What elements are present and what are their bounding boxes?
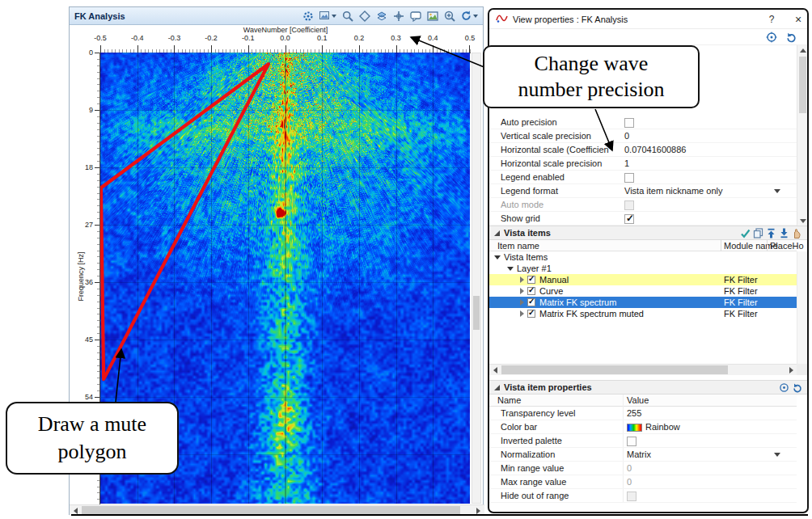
- tree-row-layer-1[interactable]: Layer #1: [489, 263, 797, 274]
- crosshair-icon[interactable]: [393, 10, 404, 23]
- tree-row-matrix-fk-spectrum[interactable]: Matrix FK spectrum FK Filter: [489, 297, 797, 308]
- annotation-icon[interactable]: [410, 10, 421, 23]
- tree-row-vista-items[interactable]: Vista Items: [489, 251, 797, 263]
- plot-vertical-scrollbar[interactable]: [472, 53, 481, 504]
- dropdown-arrow[interactable]: [774, 189, 780, 193]
- refresh-icon[interactable]: [461, 10, 478, 23]
- property-row-vertical-scale-precision[interactable]: Vertical scale precision 0: [489, 129, 797, 143]
- tree-vertical-scrollbar[interactable]: [797, 251, 807, 364]
- tree-horizontal-scrollbar[interactable]: [489, 364, 797, 375]
- tree-item-label: Layer #1: [517, 264, 552, 273]
- item-property-hide-out-of-range[interactable]: Hide out of range: [489, 489, 797, 503]
- collapse-triangle-icon[interactable]: [494, 385, 500, 390]
- vista-item-properties-section-header[interactable]: Vista item properties: [489, 380, 807, 395]
- expander-closed-icon[interactable]: [520, 299, 524, 306]
- scroll-thumb[interactable]: [799, 57, 806, 113]
- dropdown-arrow[interactable]: [774, 453, 780, 457]
- property-row-horizontal-scale-precision[interactable]: Horizontal scale precision 1: [489, 157, 797, 171]
- item-property-inverted-palette[interactable]: Inverted palette: [489, 434, 797, 448]
- column-header-value[interactable]: Value: [627, 395, 649, 405]
- property-value[interactable]: Rainbow: [627, 422, 785, 432]
- tree-item-label: Curve: [539, 286, 563, 296]
- property-name: Inverted palette: [501, 436, 622, 445]
- hand-icon[interactable]: [792, 226, 802, 239]
- column-header-name[interactable]: Name: [497, 395, 521, 405]
- item-property-max-range[interactable]: Max range value 0: [489, 475, 797, 489]
- settings-icon[interactable]: [302, 10, 314, 23]
- property-value[interactable]: Matrix: [627, 449, 785, 459]
- expander-closed-icon[interactable]: [520, 276, 524, 283]
- property-value[interactable]: 0.07041600886: [624, 145, 786, 154]
- property-value[interactable]: 1: [624, 158, 786, 168]
- move-up-icon[interactable]: [766, 226, 776, 239]
- item-property-color-bar[interactable]: Color bar Rainbow: [489, 420, 797, 434]
- checkbox[interactable]: [624, 214, 634, 224]
- column-header-placeholder[interactable]: PlaceHo: [770, 241, 804, 251]
- zoom-icon[interactable]: [342, 10, 353, 23]
- tree-row-manual[interactable]: Manual FK Filter: [489, 274, 797, 285]
- check-icon[interactable]: [740, 226, 751, 239]
- vista-items-table-header[interactable]: Item name Module name PlaceHo: [489, 240, 797, 251]
- x-tick: 0.1: [317, 34, 328, 42]
- property-name: Show grid: [501, 213, 624, 223]
- zoom-extents-icon[interactable]: [444, 10, 455, 23]
- tree-row-curve[interactable]: Curve FK Filter: [489, 285, 797, 297]
- property-name: Legend enabled: [501, 172, 624, 182]
- y-tick: 45: [85, 335, 93, 344]
- property-row-auto-precision[interactable]: Auto precision: [489, 116, 797, 129]
- vista-items-section-header[interactable]: Vista items: [489, 226, 807, 240]
- vscroll-thumb[interactable]: [473, 296, 480, 330]
- layers-icon[interactable]: [376, 10, 387, 23]
- hscroll-thumb[interactable]: [82, 506, 460, 514]
- property-name: Color bar: [501, 422, 622, 432]
- undo-icon[interactable]: [785, 31, 797, 44]
- item-checkbox[interactable]: [527, 298, 535, 306]
- undo-icon[interactable]: [792, 381, 802, 394]
- item-checkbox[interactable]: [527, 287, 535, 295]
- target-icon[interactable]: [779, 381, 789, 394]
- snapshot-icon[interactable]: [427, 10, 438, 23]
- collapse-triangle-icon[interactable]: [494, 230, 500, 236]
- tree-row-matrix-fk-spectrum-muted[interactable]: Matrix FK spectrum muted FK Filter: [489, 308, 797, 319]
- item-property-transparency[interactable]: Transparency level 255: [489, 407, 797, 420]
- scroll-down-button[interactable]: [797, 216, 808, 226]
- close-button[interactable]: ×: [791, 12, 806, 27]
- pan-view-icon[interactable]: [319, 10, 336, 23]
- vista-logo-icon: [496, 13, 508, 25]
- scroll-up-button[interactable]: [797, 45, 808, 55]
- item-checkbox[interactable]: [527, 276, 535, 284]
- item-properties-table-header[interactable]: Name Value: [489, 395, 797, 407]
- tree-item-label: Matrix FK spectrum muted: [539, 309, 644, 319]
- expander-closed-icon[interactable]: [520, 288, 524, 294]
- checkbox[interactable]: [627, 437, 636, 446]
- help-button[interactable]: ?: [764, 12, 779, 27]
- scroll-thumb[interactable]: [501, 365, 728, 374]
- property-row-show-grid[interactable]: Show grid: [489, 212, 797, 226]
- item-property-min-range[interactable]: Min range value 0: [489, 462, 797, 475]
- property-value[interactable]: 255: [627, 408, 785, 418]
- scroll-right-button[interactable]: [785, 365, 797, 375]
- property-row-auto-mode[interactable]: Auto mode: [489, 198, 797, 212]
- property-row-legend-format[interactable]: Legend format Vista item nickname only: [489, 184, 797, 198]
- x-tick: 0.0: [280, 34, 290, 42]
- copy-icon[interactable]: [753, 226, 763, 239]
- expander-open-icon[interactable]: [507, 267, 514, 271]
- column-header-item-name[interactable]: Item name: [497, 241, 539, 251]
- checkbox[interactable]: [624, 173, 634, 183]
- expander-closed-icon[interactable]: [520, 310, 524, 317]
- item-property-normalization[interactable]: Normalization Matrix: [489, 448, 797, 462]
- move-down-icon[interactable]: [779, 226, 789, 239]
- module-name: FK Filter: [724, 297, 758, 307]
- checkbox[interactable]: [624, 118, 634, 128]
- scroll-left-button[interactable]: [489, 365, 501, 375]
- property-row-horizontal-scale[interactable]: Horizontal scale (Coefficien 0.070416008…: [489, 143, 797, 157]
- target-icon[interactable]: [766, 31, 777, 44]
- polygon-select-icon[interactable]: [359, 10, 370, 23]
- y-tick: 27: [85, 221, 93, 229]
- property-grid-scrollbar[interactable]: [797, 45, 807, 226]
- property-value[interactable]: Vista item nickname only: [624, 186, 786, 196]
- property-row-legend-enabled[interactable]: Legend enabled: [489, 171, 797, 184]
- item-checkbox[interactable]: [527, 310, 535, 318]
- property-value[interactable]: 0: [624, 131, 786, 141]
- expander-open-icon[interactable]: [494, 255, 501, 260]
